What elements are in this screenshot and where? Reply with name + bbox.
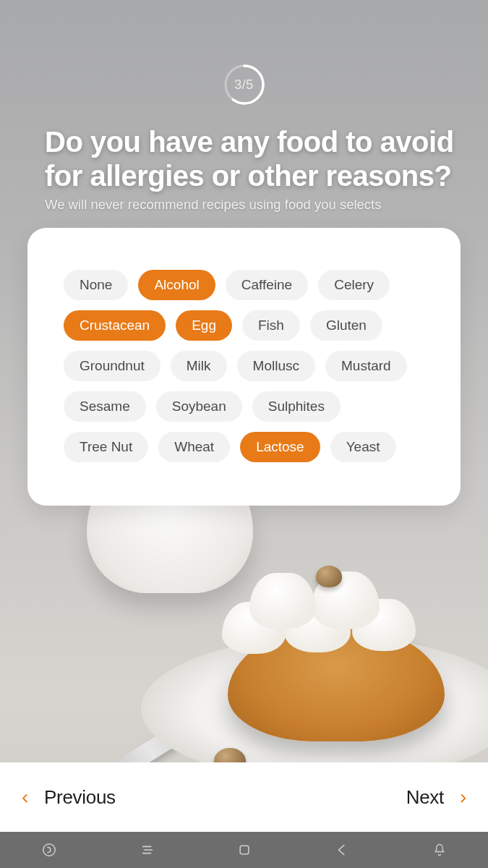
chip-container: NoneAlcoholCaffeineCeleryCrustaceanEggFi… — [64, 270, 424, 462]
chevron-right-icon: › — [460, 786, 466, 809]
chip-option[interactable]: Crustacean — [64, 310, 166, 341]
bixby-icon[interactable] — [41, 842, 57, 858]
home-icon[interactable] — [237, 843, 252, 857]
system-nav-bar — [0, 832, 488, 868]
recents-icon[interactable] — [140, 842, 155, 858]
progress-label: 3/5 — [223, 64, 265, 106]
chip-option[interactable]: Wheat — [158, 432, 230, 462]
notification-icon[interactable] — [432, 842, 447, 858]
svg-point-2 — [43, 844, 56, 856]
chip-option[interactable]: Tree Nut — [64, 432, 148, 462]
previous-button[interactable]: ‹ Previous — [22, 786, 116, 809]
chip-option[interactable]: Sesame — [64, 391, 146, 422]
chip-option[interactable]: Caffeine — [226, 270, 308, 300]
back-icon[interactable] — [334, 842, 350, 858]
onboarding-screen: 3/5 Do you have any food to avoid for al… — [0, 0, 488, 868]
options-card: NoneAlcoholCaffeineCeleryCrustaceanEggFi… — [27, 228, 461, 506]
chip-option[interactable]: None — [64, 270, 128, 300]
chip-option[interactable]: Lactose — [240, 432, 320, 462]
chip-option[interactable]: Mustard — [325, 351, 407, 381]
chip-option[interactable]: Celery — [318, 270, 390, 300]
chip-option[interactable]: Yeast — [330, 432, 396, 462]
question-subheading: We will never recommend recipes using fo… — [45, 197, 459, 213]
chip-option[interactable]: Groundnut — [64, 351, 160, 381]
chip-option[interactable]: Egg — [176, 310, 232, 341]
background-cream — [249, 573, 316, 629]
chevron-left-icon: ‹ — [22, 786, 28, 809]
chip-option[interactable]: Mollusc — [237, 351, 315, 381]
chip-option[interactable]: Alcohol — [138, 270, 215, 300]
chip-option[interactable]: Gluten — [310, 310, 382, 341]
question-heading: Do you have any food to avoid for allerg… — [45, 125, 459, 193]
chip-option[interactable]: Soybean — [156, 391, 242, 422]
chip-option[interactable]: Sulphites — [252, 391, 341, 422]
chip-option[interactable]: Fish — [242, 310, 300, 341]
svg-rect-3 — [241, 846, 249, 854]
previous-label: Previous — [44, 786, 116, 809]
next-label: Next — [406, 786, 444, 809]
chip-option[interactable]: Milk — [171, 351, 227, 381]
footer-nav: ‹ Previous Next › — [0, 762, 488, 832]
background-nut — [316, 566, 342, 587]
next-button[interactable]: Next › — [406, 786, 466, 809]
progress-indicator: 3/5 — [223, 64, 265, 106]
